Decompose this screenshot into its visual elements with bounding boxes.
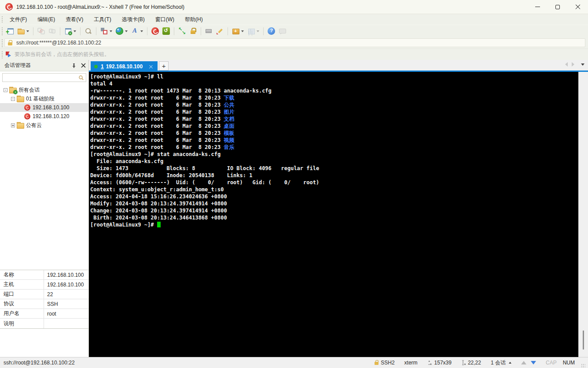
- xftp-button[interactable]: [161, 26, 172, 36]
- drag-handle[interactable]: [1, 26, 4, 36]
- menu-item[interactable]: 查看(V): [61, 15, 88, 25]
- dropdown-arrow-icon[interactable]: [110, 30, 112, 32]
- property-label: 主机: [0, 280, 44, 289]
- dropdown-arrow-icon[interactable]: [140, 30, 143, 32]
- add-session-flag-icon[interactable]: [5, 52, 11, 58]
- drag-handle[interactable]: [1, 50, 4, 59]
- tree-item-label: 公有云: [26, 122, 42, 129]
- arrow-down-icon: [531, 361, 536, 364]
- maximize-button[interactable]: [548, 0, 568, 14]
- encoding-globe-button[interactable]: [114, 26, 129, 36]
- menu-item[interactable]: 帮助(H): [180, 15, 207, 25]
- drag-handle[interactable]: [1, 15, 4, 23]
- expand-icon[interactable]: +: [11, 123, 15, 127]
- property-row[interactable]: 用户名root: [0, 309, 88, 319]
- encoding-globe-icon: [116, 27, 123, 35]
- terminal-line: drwxr-xr-x. 2 root root 6 Mar 8 20:23 视频: [90, 137, 578, 144]
- session-search-input[interactable]: [3, 74, 78, 81]
- compose-pane-button[interactable]: [99, 26, 114, 36]
- tab-192-168-10-100[interactable]: 1 192.168.10.100: [91, 61, 158, 72]
- close-button[interactable]: [568, 0, 588, 14]
- address-field[interactable]: ssh://root:******@192.168.10.100:22: [4, 38, 585, 47]
- new-session-button[interactable]: [4, 26, 15, 36]
- property-row[interactable]: 协议SSH: [0, 299, 88, 309]
- tab-scroll-left-icon[interactable]: [565, 62, 568, 67]
- menu-item[interactable]: 文件(F): [5, 15, 31, 25]
- property-row[interactable]: 说明: [0, 319, 88, 328]
- tree-item-folder-01-basic[interactable]: -01 基础阶段: [0, 94, 88, 103]
- menu-item[interactable]: 选项卡(B): [118, 15, 149, 25]
- menu-item[interactable]: 窗口(W): [151, 15, 179, 25]
- property-row[interactable]: 主机192.168.10.100: [0, 280, 88, 290]
- encryption-lock-icon: [374, 360, 379, 365]
- scrollbar-thumb[interactable]: [583, 331, 584, 349]
- resize-grip[interactable]: [581, 364, 585, 368]
- tree-item-folder-public-cloud[interactable]: +公有云: [0, 121, 88, 130]
- tab-close-icon[interactable]: [149, 64, 153, 69]
- session-properties-button[interactable]: [62, 26, 78, 36]
- session-search-box[interactable]: [2, 73, 86, 82]
- new-tab-button[interactable]: +: [159, 61, 169, 71]
- menu-item[interactable]: 编辑(E): [33, 15, 59, 25]
- terminal-line: drwxr-xr-x. 2 root root 6 Mar 8 20:23 文档: [90, 115, 578, 123]
- tree-item-session-192-168-10-120[interactable]: 192.168.10.120: [0, 112, 88, 121]
- maximize-icon: [555, 5, 560, 9]
- terminal-output[interactable]: [root@AlmaLinux9 ~]# lltotal 4-rw-------…: [89, 72, 578, 357]
- menu-item[interactable]: 工具(T): [89, 15, 115, 25]
- xshell-button[interactable]: [150, 26, 161, 36]
- terminal-line: [root@AlmaLinux9 ~]# ll: [90, 73, 578, 80]
- property-row[interactable]: 端口22: [0, 290, 88, 299]
- tree-item-session-192-168-10-100[interactable]: 192.168.10.100: [0, 103, 88, 112]
- dropdown-arrow-icon[interactable]: [257, 30, 259, 32]
- tree-item-all-sessions[interactable]: -所有会话: [0, 85, 88, 94]
- folder-gear-icon: [9, 87, 16, 93]
- virtual-keyboard-button[interactable]: [203, 26, 214, 36]
- terminal-line: drwxr-xr-x. 2 root root 6 Mar 8 20:23 音乐: [90, 144, 578, 151]
- open-session-button[interactable]: [15, 26, 31, 36]
- dropdown-arrow-icon[interactable]: [26, 30, 29, 32]
- dropdown-arrow-icon[interactable]: [241, 30, 244, 32]
- status-session-count[interactable]: 1 会话: [491, 359, 511, 367]
- scroll-down-button[interactable]: [531, 361, 536, 364]
- properties-empty-area: [0, 329, 88, 357]
- dropdown-arrow-icon[interactable]: [74, 30, 76, 32]
- drag-handle[interactable]: [1, 38, 4, 47]
- terminal-line: Birth: 2024-03-08 20:13:24.346413868 +08…: [90, 214, 578, 221]
- lock-screen-button[interactable]: [187, 26, 198, 36]
- property-label: 协议: [0, 299, 44, 309]
- terminal-line: Context: system_u:object_r:admin_home_t:…: [90, 186, 578, 193]
- minimize-button[interactable]: [527, 0, 548, 14]
- font-button[interactable]: [129, 26, 145, 36]
- close-icon: [575, 4, 581, 10]
- terminal-scrollbar[interactable]: [578, 72, 588, 357]
- session-icon: [24, 113, 30, 119]
- session-manager-title: 会话管理器: [4, 62, 31, 69]
- terminal-cursor: [157, 222, 161, 227]
- collapse-icon[interactable]: -: [11, 97, 15, 101]
- property-row[interactable]: 名称192.168.10.100: [0, 270, 88, 280]
- num-lock-indicator: NUM: [563, 360, 575, 366]
- property-value: 22: [44, 291, 88, 297]
- caps-lock-indicator: CAP: [546, 360, 557, 366]
- collapse-icon[interactable]: -: [4, 88, 7, 92]
- pin-icon[interactable]: [71, 63, 77, 68]
- property-value: 192.168.10.100: [44, 282, 88, 288]
- highlight-pen-button[interactable]: [214, 26, 225, 36]
- tab-list-dropdown-icon[interactable]: [581, 63, 584, 66]
- terminal-line: Access: (0600/-rw-------) Uid: ( 0/ root…: [90, 179, 578, 186]
- fullscreen-button[interactable]: [176, 26, 187, 36]
- toolbar-separator: [60, 27, 60, 35]
- tab-scroll-right-icon[interactable]: [572, 62, 574, 67]
- toolbar-separator: [33, 27, 33, 35]
- session-manager-header: 会话管理器: [0, 60, 88, 71]
- panel-close-icon[interactable]: [81, 63, 86, 68]
- new-folder-button[interactable]: [230, 26, 246, 36]
- dropdown-arrow-icon[interactable]: [125, 30, 128, 32]
- property-value: root: [44, 311, 88, 317]
- help-button[interactable]: [266, 26, 277, 36]
- caret-position-icon: [461, 360, 466, 365]
- terminal-line: -rw-------. 1 root root 1473 Mar 8 20:13…: [90, 87, 578, 94]
- property-label: 说明: [0, 319, 44, 328]
- find-icon: [85, 27, 92, 35]
- find-button[interactable]: [83, 26, 94, 36]
